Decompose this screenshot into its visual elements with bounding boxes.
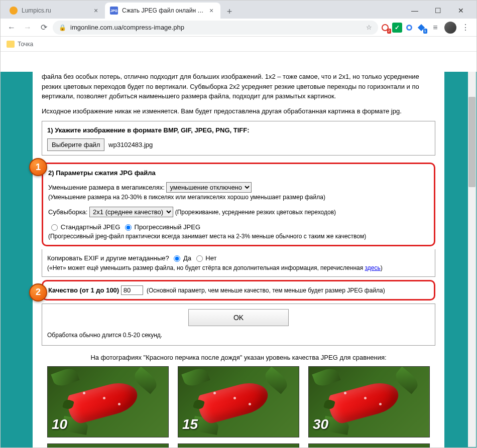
quality-badge: 10 (52, 414, 67, 435)
browser-window: Lumpics.ru × JPG Сжать JPEG файл онлайн … (0, 0, 477, 448)
tab-lumpics[interactable]: Lumpics.ru × (5, 3, 105, 19)
back-button[interactable]: ← (5, 21, 19, 35)
omnibox[interactable]: 🔒 imgonline.com.ua/compress-image.php ☆ (53, 21, 378, 35)
scrollbar[interactable] (468, 72, 476, 447)
menu-button[interactable]: ⋮ (458, 21, 472, 35)
samples-title: На фотографиях "Красного перчика после д… (42, 353, 435, 363)
bookmark-item[interactable]: Точка (18, 41, 33, 48)
step2-box: 1 2) Параметры сжатия JPG файла Уменьшен… (42, 163, 435, 246)
quality-input[interactable] (121, 285, 143, 295)
jpeg-note: (Прогрессивный jpeg-файл практически все… (48, 232, 429, 241)
svg-point-2 (408, 26, 411, 29)
profile-avatar[interactable] (444, 22, 456, 34)
scroll-thumb[interactable] (468, 97, 475, 187)
step1-box: 1) Укажите изображение в формате BMP, GI… (42, 121, 435, 156)
sample-image: 10 (47, 366, 169, 437)
megapixel-select[interactable]: уменьшение отключено (166, 182, 252, 193)
megapixel-label: Уменьшение размера в мегапикселях: (48, 184, 165, 191)
quality-note: (Основной параметр, чем меньше качество,… (147, 287, 385, 294)
new-tab-button[interactable]: + (222, 5, 236, 19)
folder-icon (7, 41, 15, 48)
exif-label: Копировать EXIF и другие метаданные? (47, 254, 169, 262)
exif-yes-label: Да (183, 254, 191, 262)
sample-image (308, 443, 430, 447)
subsample-note: (Прореживание, усреднение резких цветовы… (175, 209, 336, 216)
close-window-button[interactable]: ✕ (449, 3, 472, 19)
intro-text: файла без особых потерь, отлично подходи… (42, 72, 435, 101)
choose-file-button[interactable]: Выберите файл (47, 138, 104, 152)
extension-icon[interactable]: 2 (380, 23, 390, 33)
quality-label: Качество (от 1 до 100) (48, 286, 119, 294)
minimize-button[interactable]: — (403, 3, 426, 19)
tab-imgonline[interactable]: JPG Сжать JPEG файл онлайн - IMG × (105, 3, 220, 19)
reload-button[interactable]: ⟳ (37, 21, 51, 35)
lock-icon: 🔒 (59, 24, 66, 31)
tab-strip: Lumpics.ru × JPG Сжать JPEG файл онлайн … (1, 1, 476, 19)
page-viewport: файла без особых потерь, отлично подходи… (1, 72, 476, 447)
subsample-label: Субвыборка: (48, 208, 87, 216)
bookmarks-bar: Точка (1, 37, 476, 52)
exif-box: Копировать EXIF и другие метаданные? Да … (42, 249, 435, 277)
intro-text-2: Исходное изображение никак не изменяется… (42, 106, 435, 116)
ok-button[interactable]: OK (188, 309, 289, 326)
tab-title: Сжать JPEG файл онлайн - IMG (122, 7, 205, 14)
quality-badge: 15 (182, 414, 198, 435)
quality-box: 2 Качество (от 1 до 100) (Основной парам… (42, 280, 435, 301)
exif-yes-radio[interactable] (174, 255, 180, 262)
extension-cube-icon[interactable]: 1 (416, 23, 426, 33)
extension-check-icon[interactable]: ✓ (392, 23, 402, 33)
url-text: imgonline.com.ua/compress-image.php (70, 24, 362, 31)
forward-button[interactable]: → (21, 21, 35, 35)
submit-box: OK Обработка обычно длится 0.5-20 секунд… (42, 304, 435, 346)
samples-row: 10 15 30 (42, 366, 435, 437)
address-bar: ← → ⟳ 🔒 imgonline.com.ua/compress-image.… (1, 19, 476, 37)
jpeg-standard-label: Стандартный JPEG (61, 223, 121, 231)
jpeg-standard-radio[interactable] (51, 224, 58, 231)
ok-note: Обработка обычно длится 0.5-20 секунд. (47, 332, 162, 339)
close-tab-icon[interactable]: × (207, 7, 215, 15)
badge: 2 (387, 29, 391, 34)
quality-badge: 30 (313, 414, 328, 435)
annotation-marker-1: 1 (29, 158, 47, 176)
exif-note-a: («Нет» может ещё уменьшить размер файла,… (47, 264, 365, 271)
sample-image: 15 (178, 366, 299, 437)
exif-here-link[interactable]: здесь (365, 264, 381, 271)
tab-title: Lumpics.ru (22, 7, 90, 14)
annotation-marker-2: 2 (29, 283, 47, 302)
exif-no-label: Нет (205, 254, 216, 262)
file-name: wp3102483.jpg (108, 141, 153, 148)
sample-image (47, 443, 169, 447)
step2-label: 2) Параметры сжатия JPG файла (48, 169, 156, 177)
favicon-icon: JPG (110, 7, 118, 15)
jpeg-progressive-label: Прогрессивный JPEG (135, 223, 201, 231)
sample-image: 30 (308, 366, 430, 437)
extension-icon[interactable] (404, 23, 414, 33)
favicon-icon (10, 7, 18, 15)
maximize-button[interactable]: ☐ (426, 3, 449, 19)
megapixel-note: (Уменьшение размера на 20-30% в пикселях… (48, 193, 429, 202)
subsample-select[interactable]: 2x1 (среднее качество) (89, 207, 173, 217)
samples-row-2 (42, 443, 435, 447)
exif-no-radio[interactable] (196, 255, 203, 262)
page-content: файла без особых потерь, отлично подходи… (33, 72, 444, 447)
jpeg-progressive-radio[interactable] (125, 224, 132, 231)
close-tab-icon[interactable]: × (92, 7, 100, 15)
bookmark-star-icon[interactable]: ☆ (366, 24, 372, 31)
sample-image (178, 443, 299, 447)
exif-note-b: ) (381, 264, 383, 271)
step1-label: 1) Укажите изображение в формате BMP, GI… (47, 126, 250, 134)
reading-list-icon[interactable]: ≡ (428, 21, 442, 35)
